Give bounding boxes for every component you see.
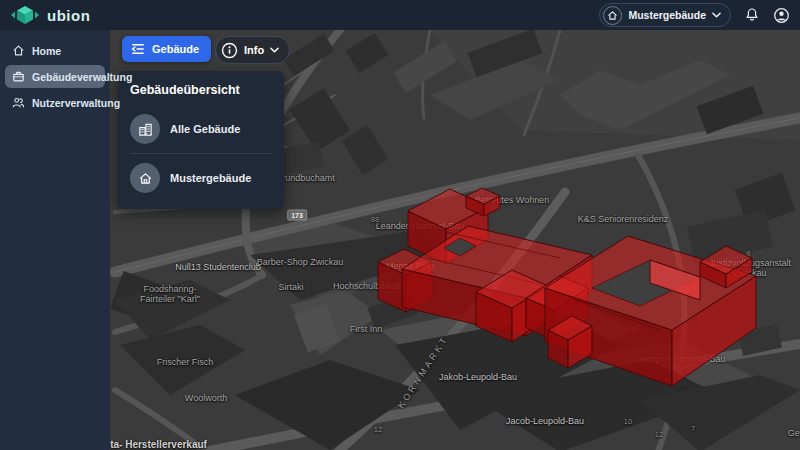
- sidebar-item-gebaeudeverwaltung[interactable]: Gebäudeverwaltung: [5, 65, 105, 88]
- chevron-down-icon: [270, 47, 279, 53]
- buildings-icon: [130, 114, 160, 144]
- app-name: ubion: [47, 7, 90, 24]
- chevron-down-icon: [712, 12, 721, 18]
- panel-item-alle-gebaeude[interactable]: Alle Gebäude: [130, 108, 272, 150]
- topbar-right: Mustergebäude: [599, 3, 790, 27]
- building-selector-label: Mustergebäude: [628, 9, 706, 21]
- building-selector-dropdown[interactable]: Mustergebäude: [599, 3, 731, 27]
- cube-logo-icon: [10, 5, 40, 25]
- bell-icon[interactable]: [744, 7, 760, 23]
- divider: [130, 153, 272, 154]
- app-logo[interactable]: ubion: [10, 5, 90, 25]
- sidebar-item-nutzerverwaltung[interactable]: Nutzerverwaltung: [5, 91, 105, 114]
- sidebar: Home Gebäudeverwaltung Nutzerverwaltung: [0, 30, 110, 450]
- info-dropdown-label: Info: [244, 44, 264, 56]
- panel-item-label: Mustergebäude: [170, 172, 251, 184]
- home-icon: [603, 6, 622, 25]
- sidebar-item-label: Nutzerverwaltung: [32, 97, 120, 109]
- info-icon: [221, 42, 238, 59]
- panel-title: Gebäudeübersicht: [130, 83, 272, 97]
- panel-item-label: Alle Gebäude: [170, 123, 240, 135]
- collapse-menu-icon: [131, 43, 145, 55]
- users-icon: [12, 96, 25, 109]
- panel-item-mustergebaeude[interactable]: Mustergebäude: [130, 157, 272, 199]
- gebaeude-button-label: Gebäude: [152, 43, 199, 55]
- gebaeude-button[interactable]: Gebäude: [122, 36, 211, 62]
- sidebar-item-home[interactable]: Home: [5, 39, 105, 62]
- building-overview-panel: Gebäudeübersicht Alle Gebäude Mustergebä…: [118, 71, 284, 209]
- briefcase-icon: [12, 70, 25, 83]
- app-root: { "app": { "name": "ubion" }, "colors": …: [0, 0, 800, 450]
- home-icon: [130, 163, 160, 193]
- topbar: ubion Mustergebäude: [0, 0, 800, 30]
- building-highlight-overlay[interactable]: [0, 0, 800, 450]
- home-icon: [12, 44, 25, 57]
- sidebar-item-label: Home: [32, 45, 61, 57]
- sidebar-item-label: Gebäudeverwaltung: [32, 71, 132, 83]
- info-dropdown[interactable]: Info: [215, 36, 290, 64]
- account-icon[interactable]: [773, 7, 790, 24]
